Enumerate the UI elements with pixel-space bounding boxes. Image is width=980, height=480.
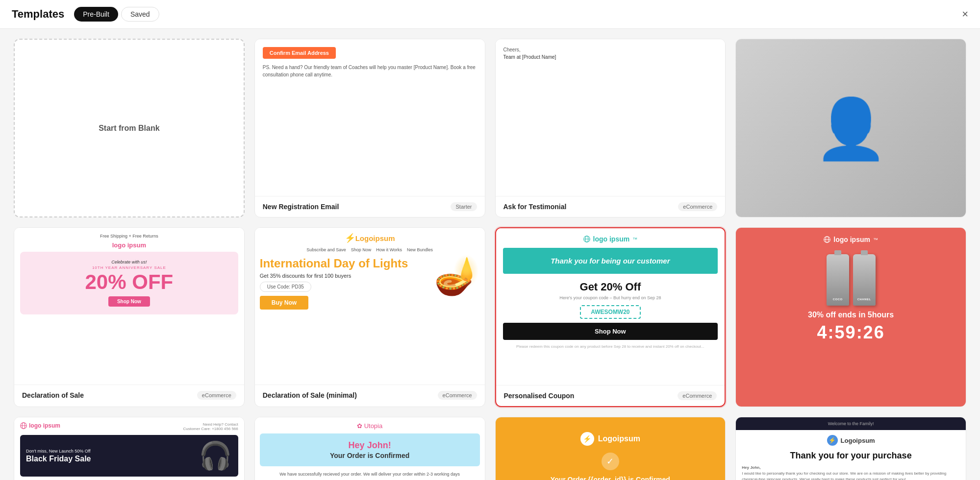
template-card-testimonial[interactable]: Cheers, Team at [Product Name] Ask for T… <box>495 39 726 217</box>
template-card-black-friday[interactable]: logo ipsum Need Help? Contact Customer C… <box>14 417 245 480</box>
bottle-1: COCO <box>827 254 849 306</box>
bf-help-text: Need Help? Contact Customer Care: +1800 … <box>183 422 238 431</box>
utopia-banner: Hey John! Your Order is Confirmed <box>260 433 480 466</box>
card-name-coupon: Personalised Coupon <box>504 392 575 400</box>
card-name-decl-sale: Declaration of Sale <box>22 391 84 399</box>
nav-subscribe: Subscribe and Save <box>306 247 346 252</box>
headphone-icon: 🎧 <box>199 440 232 471</box>
card-footer-decl-sale: Declaration of Sale eCommerce <box>14 384 244 406</box>
template-card-blank[interactable]: Start from Blank <box>14 39 245 217</box>
testimonial-preview: Cheers, Team at [Product Name] <box>496 39 726 196</box>
card-name-new-registration: New Registration Email <box>263 203 339 211</box>
decl-minimal-content: ⚡ Logoipsum Subscribe and Save Shop Now … <box>255 228 485 314</box>
last-reminder-logo-row: logo ipsum ™ <box>744 236 958 243</box>
get-off-text: Get 20% Off <box>503 281 718 293</box>
welcome-bar: Welcome to the Family! <box>736 417 966 430</box>
reg-email-content: Confirm Email Address PS. Need a hand? O… <box>255 39 485 86</box>
free-ship-text: Free Shipping + Free Returns <box>20 234 238 239</box>
card-tag-new-registration: Starter <box>451 202 477 211</box>
code-box-minimal: Use Code: PD35 <box>260 282 311 292</box>
hey-john-logo-text: Logoipsum <box>598 434 640 443</box>
off-text: 20% OFF <box>26 272 232 292</box>
card-name-decl-minimal: Declaration of Sale (minimal) <box>263 391 357 399</box>
utopia-body: We have successfully recieved your order… <box>260 471 480 478</box>
tab-saved[interactable]: Saved <box>121 7 159 22</box>
thank-logo-text: Logoipsum <box>841 437 875 444</box>
tm-lr: ™ <box>873 237 878 242</box>
decl-minimal-logo-row: ⚡ Logoipsum <box>260 233 480 243</box>
template-card-cross-sell[interactable]: 👤 Cross Sell Products eCommerce <box>735 39 966 217</box>
decl-sale-content: Free Shipping + Free Returns logo ipsum … <box>14 228 244 320</box>
template-card-decl-minimal[interactable]: ⚡ Logoipsum Subscribe and Save Shop Now … <box>254 227 485 407</box>
card-footer-testimonial: Ask for Testimonial eCommerce <box>496 196 726 217</box>
thank-purchase-preview: Welcome to the Family! ⚡ Logoipsum Thank… <box>736 417 966 480</box>
bf-logo-text: logo ipsum <box>29 422 60 429</box>
utopia-logo: ✿ Utopia <box>260 422 480 430</box>
blank-label: Start from Blank <box>99 124 159 133</box>
template-card-decl-sale[interactable]: Free Shipping + Free Returns logo ipsum … <box>14 227 245 407</box>
perfume-bottles: COCO CHANEL <box>744 249 958 311</box>
thank-title: Thank you for your purchase <box>742 451 960 461</box>
template-grid: Start from Blank Confirm Email Address P… <box>14 39 966 480</box>
shop-btn-decl: Shop Now <box>108 296 150 307</box>
lightning-icon-hj: ⚡ <box>583 435 591 443</box>
coupon-preview: logo ipsum ™ Thank you for being our cus… <box>496 228 725 385</box>
template-card-last-reminder[interactable]: logo ipsum ™ COCO CHANEL 30% off ends in… <box>735 227 966 407</box>
confirm-btn-preview: Confirm Email Address <box>263 47 336 59</box>
customer-care: Customer Care: +1800 456 566 <box>183 427 238 431</box>
need-help: Need Help? Contact <box>183 422 238 427</box>
template-grid-container: Start from Blank Confirm Email Address P… <box>0 29 980 480</box>
bf-title: Black Friday Sale <box>26 455 91 463</box>
hey-john-logo-row: ⚡ Logoipsum <box>505 432 716 446</box>
team-text: Team at [Product Name] <box>503 54 718 60</box>
decl-logo-text: logo ipsum <box>112 241 146 249</box>
dont-miss-text: Don't miss, New Launch 50% Off <box>26 449 91 454</box>
coupon-code-box: AWESOMW20 <box>580 305 640 319</box>
template-card-hey-john[interactable]: ⚡ Logoipsum ✓ Your Order {{order_id}} is… <box>495 417 726 480</box>
globe-icon <box>583 236 590 242</box>
card-tag-decl-minimal: eCommerce <box>438 391 477 400</box>
decl-minimal-preview: ⚡ Logoipsum Subscribe and Save Shop Now … <box>255 228 485 384</box>
lamp-icon: 🪔 <box>434 257 480 310</box>
template-card-thank-purchase[interactable]: Welcome to the Family! ⚡ Logoipsum Thank… <box>735 417 966 480</box>
bf-banner-left: Don't miss, New Launch 50% Off Black Fri… <box>26 449 91 463</box>
lightning-icon: ⚡ <box>345 233 355 243</box>
reg-email-body: PS. Need a hand? Our friendly team of Co… <box>263 64 477 78</box>
card-tag-decl-sale: eCommerce <box>197 391 236 400</box>
close-button[interactable]: × <box>962 9 968 20</box>
hurry-text: Here's your coupon code – But hurry end … <box>503 295 718 300</box>
decl-minimal-nav: Subscribe and Save Shop Now How it Works… <box>260 247 480 252</box>
nav-bundles: New Bundles <box>407 247 433 252</box>
orange-banner: ⚡ Logoipsum ✓ Your Order {{order_id}} is… <box>496 417 726 480</box>
template-card-utopia-order[interactable]: ✿ Utopia Hey John! Your Order is Confirm… <box>254 417 485 480</box>
cheers-text: Cheers, <box>503 47 718 52</box>
globe-icon-bf <box>20 422 27 429</box>
thank-greeting: Hey John, <box>742 465 760 470</box>
card-footer-cross-sell: Cross Sell Products eCommerce <box>736 217 966 217</box>
coupon-content: logo ipsum ™ Thank you for being our cus… <box>496 228 725 356</box>
bf-banner: Don't miss, New Launch 50% Off Black Fri… <box>20 435 238 477</box>
thank-banner: Thank you for being our customer <box>503 248 718 274</box>
anniversary-text: 10TH YEAR ANNIVERSARY SALE <box>26 265 232 270</box>
buy-btn-minimal: Buy Now <box>260 296 308 310</box>
celebrate-text: Celebrate with us! <box>26 260 232 264</box>
utopia-confirmed: Your Order is Confirmed <box>267 452 473 459</box>
thank-purchase-content: Welcome to the Family! ⚡ Logoipsum Thank… <box>736 417 966 480</box>
tab-prebuilt[interactable]: Pre-Built <box>74 7 118 22</box>
card-footer-coupon: Personalised Coupon eCommerce <box>496 385 725 406</box>
black-friday-content: logo ipsum Need Help? Contact Customer C… <box>14 417 244 480</box>
bottle-2: CHANEL <box>853 254 876 306</box>
blank-preview: Start from Blank <box>15 40 244 216</box>
timer-text: 4:59:26 <box>744 322 958 343</box>
template-card-new-registration[interactable]: Confirm Email Address PS. Need a hand? O… <box>254 39 485 217</box>
template-card-coupon[interactable]: logo ipsum ™ Thank you for being our cus… <box>495 227 726 407</box>
order-confirmed-text: Your Order {{order_id}} is Confirmed <box>505 475 716 480</box>
decl-minimal-logo-text: Logoipsum <box>355 234 395 242</box>
black-friday-preview: logo ipsum Need Help? Contact Customer C… <box>14 417 244 480</box>
last-reminder-preview: logo ipsum ™ COCO CHANEL 30% off ends in… <box>736 228 966 407</box>
utopia-order-content: ✿ Utopia Hey John! Your Order is Confirm… <box>255 417 485 480</box>
lightning-icon-tp: ⚡ <box>829 437 836 444</box>
person-silhouette-icon: 👤 <box>814 99 888 158</box>
card-footer-new-registration: New Registration Email Starter <box>255 196 485 217</box>
tab-group: Pre-Built Saved <box>74 7 159 22</box>
